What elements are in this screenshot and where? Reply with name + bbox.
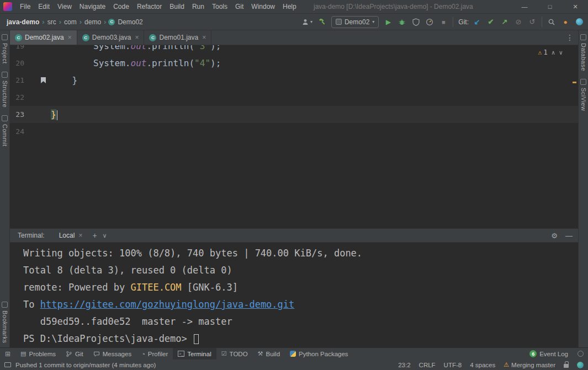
record-dot-icon[interactable]: ● (561, 17, 570, 28)
inspection-widget[interactable]: ⚠ 1 ∧ ∨ (538, 49, 563, 56)
tab-demo02-java[interactable]: CDemo02.java× (10, 30, 77, 45)
tool-button-label: SciView (580, 88, 587, 111)
sciview-icon (580, 79, 586, 85)
globe-icon[interactable] (577, 362, 584, 368)
git-icon (66, 351, 72, 357)
git-update-button[interactable]: ↙ (473, 17, 481, 28)
toolbar-separator (542, 17, 542, 27)
next-problem-icon[interactable]: ∨ (559, 49, 563, 56)
git-commit-button[interactable]: ✔ (486, 17, 495, 28)
close-icon[interactable]: × (68, 34, 72, 41)
scrollbar-warning-mark (573, 82, 576, 83)
main-toolbar: ▾ Demo02 ▾ ▶ ■ Git: ↙ ✔ (301, 16, 584, 28)
code-line[interactable]: 20 System.out.println("4"); (10, 55, 578, 72)
menu-view[interactable]: View (54, 0, 76, 13)
profiler-button[interactable] (425, 17, 434, 28)
tool-window-button-todo[interactable]: ☑TODO (216, 348, 253, 360)
menu-window[interactable]: Window (247, 0, 279, 13)
code-line[interactable]: 24 (10, 123, 578, 140)
editor-column: CDemo02.java×CDemo03.java×CDemo01.java× … (10, 30, 578, 347)
navigation-bar: java-demo›src›com›demo›CDemo02 ▾ Demo02 … (0, 14, 588, 30)
tab-demo01-java[interactable]: CDemo01.java× (144, 30, 211, 45)
tool-window-button-event-log[interactable]: 6 Event Log (525, 350, 573, 357)
tabs-options-icon[interactable]: ⋮ (561, 30, 578, 45)
editor[interactable]: 19 System.out.println("3");20 System.out… (10, 45, 578, 228)
lock-icon[interactable] (564, 364, 569, 368)
menu-run[interactable]: Run (188, 0, 208, 13)
menu-refactor[interactable]: Refactor (133, 0, 166, 13)
user-icon[interactable]: ▾ (301, 17, 312, 28)
tool-button-bookmarks[interactable]: Bookmarks (2, 298, 8, 347)
tool-window-switcher-icon[interactable]: ⊞ (0, 348, 15, 360)
menu-edit[interactable]: Edit (34, 0, 54, 13)
terminal-tab-local[interactable]: Local × (57, 229, 85, 242)
menu-help[interactable]: Help (279, 0, 300, 13)
gear-icon[interactable]: ⚙ (551, 232, 558, 240)
tool-button-label: Database (580, 43, 587, 71)
chevron-down-icon[interactable]: ∨ (103, 232, 107, 239)
close-icon[interactable]: × (202, 34, 206, 41)
terminal-output[interactable]: Writing objects: 100% (8/8), 740 bytes |… (10, 243, 578, 347)
minimize-button[interactable]: — (512, 0, 537, 13)
git-push-button[interactable]: ↗ (500, 17, 509, 28)
tool-window-button-terminal[interactable]: >_Terminal (173, 348, 216, 360)
tool-window-button-python-packages[interactable]: Python Packages (285, 348, 353, 360)
menu-code[interactable]: Code (109, 0, 133, 13)
debug-button[interactable] (398, 17, 406, 28)
tool-button-sciview[interactable]: SciView (580, 75, 587, 115)
menu-git[interactable]: Git (231, 0, 247, 13)
corner-icon[interactable] (578, 351, 584, 357)
status-message[interactable]: Pushed 1 commit to origin/master (4 minu… (15, 362, 156, 368)
code-line[interactable]: 22 (10, 89, 578, 106)
git-rollback-button[interactable]: ↺ (528, 17, 537, 28)
coverage-button[interactable] (411, 17, 420, 28)
branch-warning[interactable]: ⚠ Merging master (504, 361, 555, 368)
tool-window-button-profiler[interactable]: ◔Profiler (136, 348, 173, 360)
breadcrumb-item-demo02[interactable]: Demo02 (118, 18, 142, 26)
terminal-link[interactable]: https://gitee.com/gozhuyinglong/java-dem… (40, 299, 295, 310)
tool-button-project[interactable]: Project (2, 30, 8, 68)
menu-file[interactable]: File (16, 0, 34, 13)
code-line[interactable]: 21 } (10, 72, 578, 89)
caret-position[interactable]: 23:2 (398, 362, 410, 368)
tool-window-button-git[interactable]: Git (61, 348, 88, 360)
run-button[interactable]: ▶ (384, 17, 393, 28)
breadcrumb-item-demo[interactable]: demo (84, 18, 101, 26)
tool-button-database[interactable]: Database (580, 30, 587, 75)
code-token: out (131, 45, 147, 51)
new-session-icon[interactable]: + (92, 231, 97, 240)
maximize-button[interactable]: □ (537, 0, 563, 13)
run-config-selector[interactable]: Demo02 ▾ (331, 16, 379, 28)
terminal-text: Total 8 (delta 3), reused 0 (delta 0) (23, 265, 232, 276)
tool-window-button-messages[interactable]: Messages (88, 348, 136, 360)
line-ending[interactable]: CRLF (419, 362, 436, 368)
code-line[interactable]: 19 System.out.println("3"); (10, 45, 578, 55)
tab-demo03-java[interactable]: CDemo03.java× (77, 30, 145, 45)
gradle-sphere-icon[interactable] (575, 17, 584, 28)
git-history-button[interactable]: ⊘ (514, 17, 523, 28)
prev-problem-icon[interactable]: ∧ (552, 49, 555, 56)
tool-button-commit[interactable]: Commit (2, 111, 8, 151)
code-line[interactable]: 23} (10, 106, 578, 123)
menu-navigate[interactable]: Navigate (76, 0, 109, 13)
menu-build[interactable]: Build (166, 0, 188, 13)
close-icon[interactable]: × (135, 34, 139, 41)
close-button[interactable]: ✕ (563, 0, 588, 13)
tool-window-button-problems[interactable]: ▤Problems (15, 348, 61, 360)
breadcrumb-item-java-demo[interactable]: java-demo (7, 18, 39, 26)
build-project-button[interactable] (317, 17, 326, 28)
close-icon[interactable]: × (78, 232, 82, 239)
tool-button-structure[interactable]: Structure (2, 68, 8, 111)
editor-tabs-bar: CDemo02.java×CDemo03.java×CDemo01.java× … (10, 30, 578, 45)
search-everywhere-button[interactable] (547, 17, 556, 28)
breadcrumb-item-src[interactable]: src (47, 18, 56, 26)
tool-window-label: TODO (230, 351, 248, 357)
tool-window-label: Build (266, 351, 280, 357)
stop-button[interactable]: ■ (439, 17, 448, 28)
hide-panel-icon[interactable]: — (565, 232, 573, 240)
file-encoding[interactable]: UTF-8 (444, 362, 462, 368)
breadcrumb-item-com[interactable]: com (64, 18, 77, 26)
menu-tools[interactable]: Tools (208, 0, 231, 13)
tool-window-button-build[interactable]: ⚒Build (253, 348, 285, 360)
indent-setting[interactable]: 4 spaces (470, 362, 495, 368)
